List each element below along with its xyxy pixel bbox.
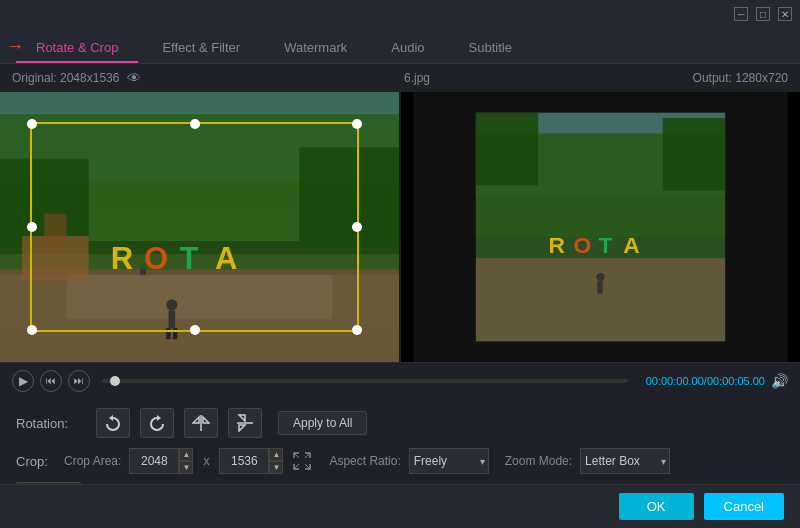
play-button[interactable]: ▶ [12,370,34,392]
ok-button[interactable]: OK [619,493,694,520]
tab-rotate-crop[interactable]: Rotate & Crop [16,34,138,63]
crop-handle-bl[interactable] [27,325,37,335]
filename-label: 6.jpg [404,71,430,85]
rotation-label: Rotation: [16,416,86,431]
info-bar: Original: 2048x1536 👁 6.jpg Output: 1280… [0,64,800,92]
tab-watermark[interactable]: Watermark [264,34,367,63]
expand-crop-icon[interactable] [291,450,313,472]
svg-rect-23 [476,258,725,341]
svg-text:O: O [574,232,592,258]
crop-handle-bm[interactable] [190,325,200,335]
rotate-right-icon [148,414,166,432]
svg-rect-22 [663,118,725,191]
crop-handle-tl[interactable] [27,119,37,129]
width-spinners: ▲ ▼ [179,448,193,474]
title-bar: ─ □ ✕ [0,0,800,28]
tab-subtitle[interactable]: Subtitle [449,34,532,63]
right-scene-svg: R O T A [401,92,800,362]
crop-handle-ml[interactable] [27,222,37,232]
aspect-ratio-label: Aspect Ratio: [329,454,400,468]
time-display: 00:00:00.00/00:00:05.00 [646,375,765,387]
preview-left: R O T A [0,92,399,362]
output-size-label: Output: 1280x720 [693,71,788,85]
tab-audio[interactable]: Audio [371,34,444,63]
height-up-button[interactable]: ▲ [269,448,283,461]
expand-icon-svg [293,452,311,470]
playback-bar: ▶ ⏮ ⏭ 00:00:00.00/00:00:05.00 🔊 [0,362,800,398]
original-size-label: Original: 2048x1536 [12,71,119,85]
width-down-button[interactable]: ▼ [179,461,193,474]
zoom-mode-label: Zoom Mode: [505,454,572,468]
crop-handle-br[interactable] [352,325,362,335]
crop-label: Crop: [16,454,56,469]
flip-horizontal-button[interactable] [184,408,218,438]
zoom-mode-dropdown[interactable]: Letter Box Pan & Scan Full [580,448,670,474]
crop-handle-tm[interactable] [190,119,200,129]
preview-area: R O T A [0,92,800,362]
aspect-ratio-dropdown[interactable]: Freely 16:9 4:3 1:1 [409,448,489,474]
flip-v-icon [236,414,254,432]
crop-handle-tr[interactable] [352,119,362,129]
right-scene: R O T A [401,92,800,362]
crop-height-input[interactable] [219,448,269,474]
cancel-button[interactable]: Cancel [704,493,784,520]
close-button[interactable]: ✕ [778,7,792,21]
apply-to-all-button[interactable]: Apply to All [278,411,367,435]
rotate-left-button[interactable] [96,408,130,438]
rotate-left-icon [104,414,122,432]
height-down-button[interactable]: ▼ [269,461,283,474]
step-forward-button[interactable]: ⏭ [68,370,90,392]
eye-icon[interactable]: 👁 [127,70,141,86]
width-input-wrap: ▲ ▼ [129,448,193,474]
volume-icon[interactable]: 🔊 [771,373,788,389]
svg-text:A: A [623,232,639,258]
tab-arrow-indicator: → [6,35,24,56]
footer: OK Cancel [0,484,800,528]
svg-point-28 [596,273,604,281]
svg-rect-29 [597,281,602,293]
svg-text:R: R [549,232,566,258]
crop-row: Crop: Crop Area: ▲ ▼ x ▲ ▼ Aspect Ratio: [16,448,784,474]
tab-effect-filter[interactable]: Effect & Filter [142,34,260,63]
flip-vertical-button[interactable] [228,408,262,438]
minimize-button[interactable]: ─ [734,7,748,21]
left-scene: R O T A [0,92,399,362]
maximize-button[interactable]: □ [756,7,770,21]
height-input-wrap: ▲ ▼ [219,448,283,474]
preview-right: R O T A [401,92,800,362]
step-back-button[interactable]: ⏮ [40,370,62,392]
svg-text:T: T [598,232,612,258]
playback-timeline[interactable] [102,379,628,383]
height-spinners: ▲ ▼ [269,448,283,474]
flip-h-icon [192,414,210,432]
zoom-mode-dropdown-wrap: Letter Box Pan & Scan Full [580,448,670,474]
width-up-button[interactable]: ▲ [179,448,193,461]
tab-bar: → Rotate & Crop Effect & Filter Watermar… [0,28,800,64]
rotate-right-button[interactable] [140,408,174,438]
crop-box[interactable] [30,122,359,332]
playback-position[interactable] [110,376,120,386]
svg-rect-21 [476,113,538,186]
crop-width-input[interactable] [129,448,179,474]
rotation-row: Rotation: Apply to All [16,408,784,438]
crop-handle-mr[interactable] [352,222,362,232]
dimension-separator: x [203,454,209,468]
crop-area-label: Crop Area: [64,454,121,468]
aspect-ratio-dropdown-wrap: Freely 16:9 4:3 1:1 [409,448,489,474]
